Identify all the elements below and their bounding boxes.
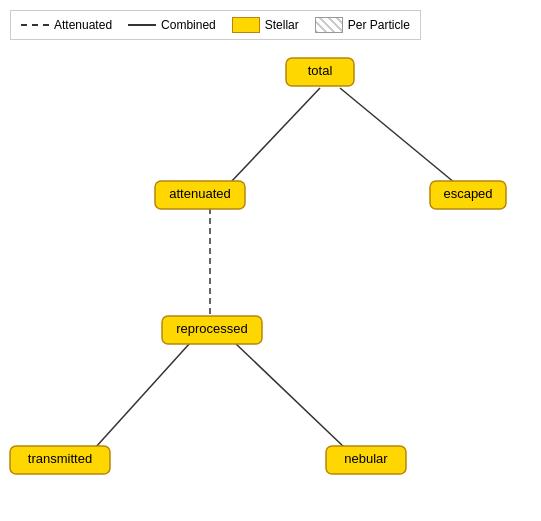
node-transmitted-label: transmitted bbox=[28, 451, 92, 466]
edge-reprocessed-transmitted bbox=[95, 343, 190, 448]
diagram: total attenuated escaped reprocessed tra… bbox=[0, 0, 541, 521]
node-attenuated-label: attenuated bbox=[169, 186, 230, 201]
edge-reprocessed-nebular bbox=[235, 343, 345, 448]
node-escaped-label: escaped bbox=[443, 186, 492, 201]
node-total-label: total bbox=[308, 63, 333, 78]
node-reprocessed-label: reprocessed bbox=[176, 321, 248, 336]
node-nebular-label: nebular bbox=[344, 451, 388, 466]
edge-total-escaped bbox=[340, 88, 455, 183]
edge-total-attenuated bbox=[230, 88, 320, 183]
